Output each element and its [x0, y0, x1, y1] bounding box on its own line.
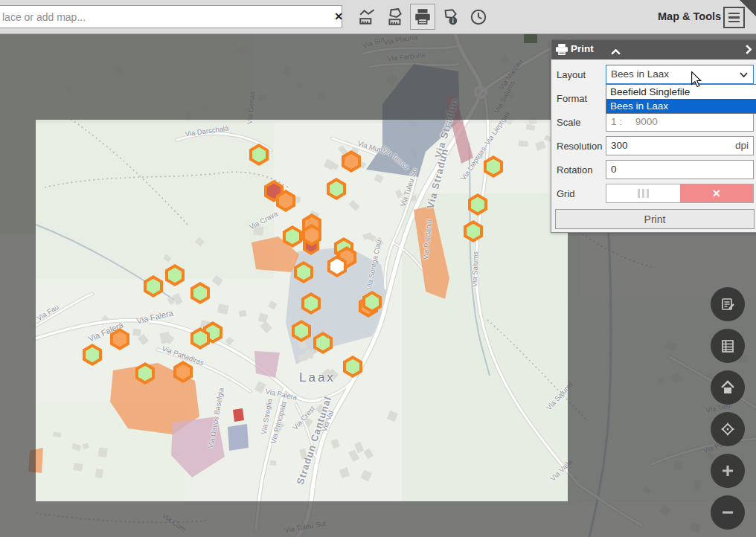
- measure-line-button[interactable]: [355, 4, 380, 30]
- hexagon-marker-green[interactable]: [327, 178, 346, 200]
- zoom-in-button[interactable]: [711, 454, 745, 488]
- measure-line-icon: [358, 7, 377, 27]
- hexagon-marker-green[interactable]: [313, 332, 333, 354]
- chevron-up-icon: [611, 49, 621, 55]
- x-icon: ✕: [712, 187, 721, 199]
- hexagon-marker-green[interactable]: [190, 282, 210, 304]
- hexagon-marker-green[interactable]: [484, 155, 503, 178]
- grid-on-half[interactable]: [606, 184, 680, 202]
- geolocate-button[interactable]: [711, 412, 745, 446]
- table-icon: [720, 338, 736, 354]
- layout-option[interactable]: Bees in Laax: [606, 99, 756, 113]
- hexagon-marker-green[interactable]: [294, 261, 313, 283]
- locate-icon: [719, 420, 737, 438]
- hexagon-marker-green[interactable]: [292, 320, 311, 342]
- print-icon: [413, 7, 432, 27]
- format-label: Format: [557, 93, 587, 104]
- hexagon-marker-green[interactable]: [249, 144, 269, 166]
- layout-dropdown-list: Beefield SinglefileBees in Laax: [606, 84, 756, 114]
- layout-selected-value: Bees in Laax: [611, 68, 669, 80]
- grid-label: Grid: [557, 188, 575, 199]
- hexagon-marker-green[interactable]: [343, 356, 362, 378]
- close-panel-button[interactable]: [746, 45, 752, 57]
- search-clear-icon[interactable]: ✕: [332, 9, 345, 24]
- zoom-out-button[interactable]: [711, 495, 745, 530]
- map-tools-label: Map & Tools: [658, 10, 721, 22]
- clock-icon: [469, 7, 488, 27]
- hexagon-marker-green[interactable]: [464, 220, 483, 242]
- layout-label: Layout: [557, 69, 586, 80]
- hexagon-marker-green[interactable]: [135, 362, 155, 385]
- hexagon-marker-green[interactable]: [83, 344, 102, 366]
- resolution-label: Resolution: [557, 141, 602, 152]
- top-toolbar: ✕ i M: [0, 0, 756, 34]
- grid-off-half[interactable]: ✕: [680, 184, 754, 202]
- print-submit-button[interactable]: Print: [555, 209, 755, 229]
- resolution-unit: dpi: [735, 137, 749, 154]
- zoom-in-icon: [720, 463, 736, 479]
- hexagon-marker-green[interactable]: [165, 264, 185, 286]
- measure-area-icon: [385, 7, 405, 27]
- hexagon-marker-orange[interactable]: [342, 150, 361, 173]
- print-icon: [556, 44, 568, 55]
- hexagon-marker-green[interactable]: [283, 225, 302, 248]
- layout-option[interactable]: Beefield Singlefile: [606, 85, 756, 99]
- hexagon-marker-orange[interactable]: [110, 328, 129, 350]
- notes-icon: [720, 296, 736, 312]
- scale-input[interactable]: 1 : 9000: [606, 112, 754, 132]
- home-button[interactable]: [711, 370, 745, 405]
- attribute-table-button[interactable]: [711, 329, 745, 363]
- scale-label: Scale: [557, 117, 581, 128]
- search-input[interactable]: [0, 5, 342, 28]
- zoom-out-icon: [720, 504, 736, 521]
- feature-info-button[interactable]: i: [438, 4, 463, 30]
- chevron-down-icon: [740, 72, 748, 77]
- print-panel-header[interactable]: Print: [551, 39, 756, 60]
- hamburger-icon: [728, 13, 740, 15]
- print-panel: Print Layout Bees in Laax Format Scale 1…: [551, 39, 756, 233]
- corner-fold: [740, 0, 756, 16]
- history-button[interactable]: [466, 4, 491, 30]
- measure-area-button[interactable]: [382, 4, 408, 30]
- chevron-right-icon: [746, 45, 752, 54]
- feature-info-icon: i: [441, 7, 460, 27]
- hexagon-marker-green[interactable]: [301, 292, 321, 315]
- collapse-panel-button[interactable]: [611, 46, 621, 57]
- home-icon: [719, 379, 737, 396]
- resolution-input[interactable]: 300 dpi: [606, 136, 754, 155]
- hexagon-marker-green[interactable]: [144, 275, 163, 298]
- notes-tool-button[interactable]: [711, 287, 745, 321]
- hexagon-marker-green[interactable]: [468, 193, 487, 216]
- print-button-toolbar[interactable]: [410, 4, 435, 30]
- rotation-label: Rotation: [557, 164, 592, 176]
- layout-select[interactable]: Bees in Laax: [606, 65, 754, 84]
- rotation-input[interactable]: 0: [606, 160, 754, 179]
- hexagon-marker-orange[interactable]: [173, 361, 193, 383]
- svg-text:i: i: [452, 16, 454, 24]
- grid-toggle[interactable]: ✕: [606, 184, 754, 203]
- panel-title: Print: [571, 43, 594, 54]
- grip-icon: [638, 189, 640, 198]
